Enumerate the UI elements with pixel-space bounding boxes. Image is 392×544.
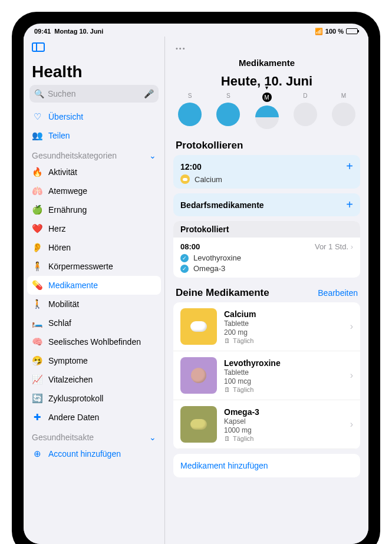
as-needed-label: Bedarfsmedikamente [180, 200, 264, 210]
sidebar-item-mindfulness[interactable]: 🧠Seelisches Wohlbefinden [24, 332, 164, 351]
flame-icon: 🔥 [32, 167, 42, 177]
chevron-right-icon: › [350, 370, 353, 381]
chevron-right-icon: › [350, 419, 353, 430]
sidebar-item-sleep[interactable]: 🛏️Schlaf [24, 314, 164, 332]
day-label: S [226, 93, 230, 99]
calendar-icon: 🗓 [224, 386, 230, 393]
sidebar-item-hearing[interactable]: 👂Hören [24, 238, 164, 257]
day-col-today[interactable]: M [255, 93, 279, 129]
add-circle-icon: ⊕ [32, 449, 42, 459]
battery-icon [346, 28, 358, 34]
edit-button[interactable]: Bearbeiten [318, 288, 358, 298]
sidebar-share[interactable]: 👥 Teilen [24, 126, 164, 145]
sidebar-item-cycle[interactable]: 🔄Zyklusprotokoll [24, 389, 164, 408]
day-col[interactable]: S [216, 93, 240, 129]
sidebar-categories-header[interactable]: Gesundheitskategorien ⌄ [24, 145, 164, 163]
sidebar-item-label: Hören [48, 243, 71, 252]
day-col[interactable]: S [178, 93, 202, 129]
day-circle-icon [294, 103, 317, 126]
ear-icon: 👂 [32, 242, 42, 253]
log-scheduled-card[interactable]: 12:00 + Calcium [173, 155, 360, 189]
logged-ago: Vor 1 Std. [315, 242, 348, 251]
add-medication-button[interactable]: Medikament hinzufügen [173, 454, 360, 477]
sidebar-item-medications[interactable]: 💊Medikamente [27, 276, 161, 295]
sidebar-item-label: Atemwege [48, 186, 87, 196]
day-label: D [303, 93, 307, 99]
day-label: S [188, 93, 192, 99]
apple-icon: 🍏 [32, 205, 42, 215]
med-thumb [180, 406, 217, 443]
mic-icon[interactable]: 🎤 [144, 89, 154, 98]
sidebar-item-label: Körpermesswerte [48, 262, 113, 271]
sidebar-records-label: Gesundheitsakte [32, 433, 94, 442]
pill-shape-icon [190, 321, 207, 332]
cycle-icon: 🔄 [32, 393, 42, 404]
status-time: 09:41 [34, 28, 51, 35]
med-item[interactable]: Calcium Tablette 200 mg 🗓Täglich › [173, 302, 360, 351]
sidebar-item-label: Herz [48, 224, 66, 233]
med-form: Kapsel [224, 417, 343, 426]
body-icon: 🧍 [32, 261, 42, 272]
sidebar-item-label: Vitalzeichen [48, 375, 93, 384]
sidebar-item-heart[interactable]: ❤️Herz [24, 219, 164, 238]
med-item[interactable]: Omega-3 Kapsel 1000 mg 🗓Täglich › [173, 400, 360, 449]
sidebar-toggle-icon[interactable] [32, 42, 45, 52]
sidebar-overview-label: Übersicht [48, 112, 83, 121]
sidebar-item-body[interactable]: 🧍Körpermesswerte [24, 257, 164, 276]
screen: 09:41 Montag 10. Juni 📶 100 % Health 🔍 S… [24, 24, 368, 544]
more-icon[interactable]: ••• [173, 41, 360, 55]
med-freq: Täglich [233, 386, 253, 393]
sidebar-item-label: Medikamente [48, 281, 98, 290]
sidebar-records-header[interactable]: Gesundheitsakte ⌄ [24, 427, 164, 444]
heart-icon: ❤️ [32, 223, 42, 234]
plus-icon[interactable]: + [346, 198, 353, 212]
med-name: Calcium [224, 309, 343, 319]
week-strip[interactable]: S S M D M [173, 93, 360, 129]
log-med-name: Calcium [195, 175, 222, 184]
sidebar-categories-label: Gesundheitskategorien [32, 151, 117, 160]
med-item[interactable]: Levothyroxine Tablette 100 mcg 🗓Täglich … [173, 351, 360, 400]
logged-header: Protokolliert [173, 221, 360, 238]
calendar-icon: 🗓 [224, 337, 230, 344]
people-icon: 👥 [32, 130, 42, 141]
sidebar-item-activity[interactable]: 🔥Aktivität [24, 163, 164, 182]
bed-icon: 🛏️ [32, 318, 42, 328]
plus-icon[interactable]: + [346, 160, 353, 173]
day-label: M [341, 93, 346, 99]
sidebar-item-label: Seelisches Wohlbefinden [48, 337, 141, 347]
search-icon: 🔍 [34, 89, 44, 98]
logged-item: Omega-3 [193, 264, 225, 273]
app-title: Health [32, 62, 156, 81]
log-time: 12:00 [180, 162, 202, 172]
sidebar-item-nutrition[interactable]: 🍏Ernährung [24, 200, 164, 219]
sidebar-item-mobility[interactable]: 🚶Mobilität [24, 295, 164, 314]
log-section-title: Protokollieren [176, 140, 358, 151]
logged-item: Levothyroxine [193, 253, 241, 262]
med-name: Omega-3 [224, 407, 343, 417]
walk-icon: 🚶 [32, 299, 42, 309]
add-med-card[interactable]: Medikament hinzufügen [173, 454, 360, 477]
day-col[interactable]: M [332, 93, 355, 129]
symptom-icon: 🤧 [32, 355, 42, 366]
plus-icon: ✚ [32, 412, 42, 423]
sidebar: Health 🔍 Suchen 🎤 ♡ Übersicht 👥 Teilen G… [24, 37, 165, 544]
sidebar-overview[interactable]: ♡ Übersicht [24, 107, 164, 126]
as-needed-card[interactable]: Bedarfsmedikamente + [173, 193, 360, 216]
day-label: M [262, 93, 272, 102]
calendar-icon: 🗓 [224, 435, 230, 442]
search-input[interactable]: 🔍 Suchen 🎤 [29, 85, 159, 103]
sidebar-item-symptoms[interactable]: 🤧Symptome [24, 351, 164, 370]
chevron-right-icon: › [351, 242, 353, 251]
med-dose: 1000 mg [224, 426, 343, 434]
sidebar-item-respiratory[interactable]: 🫁Atemwege [24, 182, 164, 200]
logged-time: 08:00 [180, 242, 200, 251]
sidebar-item-label: Zyklusprotokoll [48, 394, 103, 403]
sidebar-item-other[interactable]: ✚Andere Daten [24, 408, 164, 427]
sidebar-item-vitals[interactable]: 📈Vitalzeichen [24, 370, 164, 389]
sidebar-add-account[interactable]: ⊕ Account hinzufügen [24, 444, 164, 463]
day-col[interactable]: D [294, 93, 317, 129]
logged-card[interactable]: Protokolliert 08:00 Vor 1 Std. › ✓Levoth… [173, 221, 360, 278]
sidebar-item-label: Andere Daten [48, 413, 99, 422]
vitals-icon: 📈 [32, 374, 42, 385]
status-date: Montag 10. Juni [54, 28, 103, 35]
